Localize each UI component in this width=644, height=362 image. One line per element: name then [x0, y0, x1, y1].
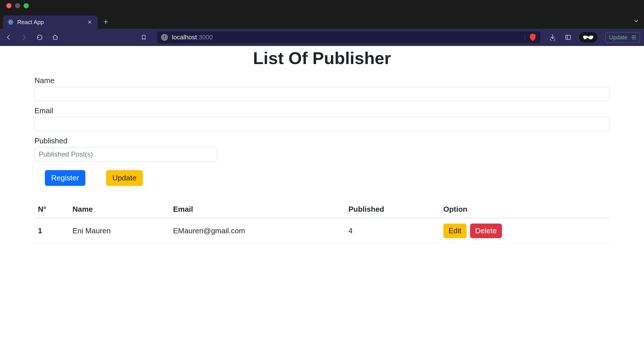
- reload-button[interactable]: [35, 33, 44, 42]
- separator: [525, 34, 525, 41]
- name-input[interactable]: [34, 87, 610, 101]
- window-close-button[interactable]: [6, 3, 12, 8]
- tabs-overflow-button[interactable]: [633, 18, 639, 26]
- new-tab-button[interactable]: [100, 16, 112, 28]
- url-text: localhost:3000: [172, 34, 213, 41]
- email-input[interactable]: [34, 117, 610, 131]
- private-mode-icon[interactable]: [579, 32, 597, 43]
- delete-button[interactable]: Delete: [470, 224, 502, 238]
- browser-tab-active[interactable]: React App: [3, 16, 98, 29]
- register-button[interactable]: Register: [45, 170, 85, 186]
- col-published: Published: [345, 201, 440, 218]
- col-email: Email: [170, 201, 345, 218]
- home-button[interactable]: [51, 33, 60, 42]
- col-name: Name: [69, 201, 170, 218]
- cell-email: EMauren@gmail.com: [170, 218, 345, 244]
- cell-name: Eni Mauren: [69, 218, 170, 244]
- address-bar[interactable]: ! localhost:3000: [157, 31, 540, 43]
- close-icon[interactable]: [86, 19, 93, 26]
- email-label: Email: [34, 106, 610, 115]
- window-zoom-button[interactable]: [24, 3, 29, 8]
- svg-point-0: [10, 22, 11, 23]
- svg-rect-8: [566, 35, 570, 40]
- downloads-button[interactable]: [548, 33, 557, 42]
- browser-tabstrip: React App: [0, 11, 644, 29]
- forward-button[interactable]: [20, 33, 29, 42]
- window-minimize-button[interactable]: [15, 3, 20, 8]
- browser-update-button[interactable]: Update: [605, 32, 640, 43]
- back-button[interactable]: [4, 33, 13, 42]
- browser-toolbar: ! localhost:3000 Update: [0, 29, 644, 46]
- hamburger-icon: [631, 35, 636, 39]
- col-no: N°: [34, 201, 69, 218]
- page-title: List Of Publisher: [34, 48, 610, 68]
- publishers-table: N° Name Email Published Option 1 Eni Mau…: [34, 201, 610, 244]
- update-label: Update: [609, 34, 628, 41]
- table-row: 1 Eni Mauren EMauren@gmail.com 4 Edit De…: [34, 218, 610, 244]
- col-option: Option: [440, 201, 610, 218]
- published-input[interactable]: [34, 147, 217, 161]
- name-label: Name: [34, 76, 610, 85]
- edit-button[interactable]: Edit: [443, 224, 467, 238]
- page-viewport: List Of Publisher Name Email Published R…: [0, 46, 644, 362]
- site-info-icon[interactable]: !: [161, 34, 168, 41]
- cell-published: 4: [345, 218, 440, 244]
- update-button[interactable]: Update: [106, 170, 143, 186]
- published-label: Published: [34, 136, 610, 145]
- cell-no: 1: [34, 218, 69, 244]
- bookmark-button[interactable]: [139, 33, 148, 42]
- window-titlebar: [0, 0, 644, 11]
- cell-option: Edit Delete: [440, 218, 610, 244]
- tab-title: React App: [17, 19, 44, 26]
- brave-shields-icon[interactable]: [529, 33, 536, 42]
- sidepanel-button[interactable]: [564, 33, 573, 42]
- react-icon: [7, 19, 14, 25]
